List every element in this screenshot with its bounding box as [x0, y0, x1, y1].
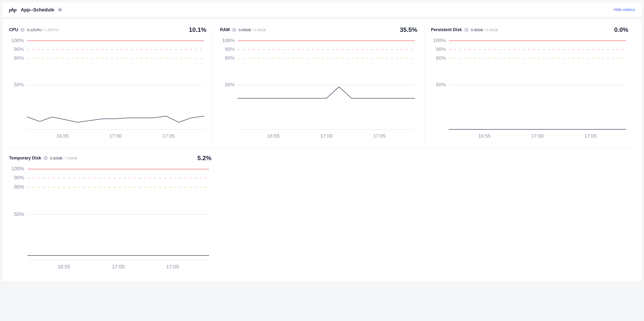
svg-text:100%: 100%: [11, 166, 24, 171]
svg-text:16:55: 16:55: [478, 133, 490, 139]
svg-text:17:00: 17:00: [110, 133, 122, 139]
metric-limit: 1.20CPU: [44, 28, 59, 32]
metric-used: 0.42GB: [50, 156, 62, 160]
chart-cpu: 100%90%80%50%16:5517:0017:05: [9, 38, 206, 141]
metric-pct-cpu: 10.1%: [189, 26, 206, 33]
metric-limit: 0.95GB: [486, 28, 498, 32]
metric-pct-ram: 35.5%: [400, 26, 418, 33]
svg-text:16:55: 16:55: [58, 264, 70, 270]
metric-title-pdisk: Persistent Disk: [431, 27, 462, 32]
metrics-row-1: CPU i 0.12CPU / 1.20CPU 10.1% 100%90%80%…: [9, 26, 635, 148]
metric-panel-temporary-disk: Temporary Disk i 0.42GB / 7.99GB 5.2% 10…: [9, 155, 218, 279]
metric-usage-cpu: 0.12CPU / 1.20CPU: [27, 28, 59, 32]
svg-text:17:05: 17:05: [584, 133, 597, 139]
usage-separator: /: [252, 28, 254, 32]
svg-text:80%: 80%: [436, 55, 446, 61]
info-icon[interactable]: i: [20, 28, 25, 32]
svg-text:90%: 90%: [14, 175, 24, 180]
metric-title-cpu: CPU: [9, 27, 18, 32]
chart-temporary-disk: 100%90%80%50%16:5517:0017:05: [9, 166, 211, 272]
svg-text:16:55: 16:55: [267, 133, 280, 139]
app-header: php App--Schedule W Hide metrics: [2, 2, 642, 17]
svg-text:80%: 80%: [14, 184, 24, 190]
metric-usage-ram: 0.09GB / 0.25GB: [239, 28, 266, 32]
metric-usage-pdisk: 0.00GB / 0.95GB: [471, 28, 498, 32]
metric-title-tdisk: Temporary Disk: [9, 156, 41, 160]
svg-text:17:00: 17:00: [320, 133, 333, 139]
svg-text:90%: 90%: [225, 46, 235, 52]
worker-badge: W: [58, 7, 62, 12]
svg-text:17:05: 17:05: [166, 264, 179, 270]
php-logo: php: [9, 7, 16, 13]
chart-ram: 100%90%80%50%16:5517:0017:05: [220, 38, 417, 141]
info-icon[interactable]: i: [232, 28, 236, 32]
metric-limit: 0.25GB: [254, 28, 266, 32]
metric-header-cpu: CPU i 0.12CPU / 1.20CPU 10.1%: [9, 26, 206, 33]
svg-text:100%: 100%: [222, 38, 235, 43]
metric-used: 0.12CPU: [27, 28, 42, 32]
svg-text:50%: 50%: [436, 82, 446, 87]
metric-panel-persistent-disk: Persistent Disk i 0.00GB / 0.95GB 0.0% 1…: [424, 26, 635, 148]
metric-pct-pdisk: 0.0%: [614, 26, 628, 33]
info-icon[interactable]: i: [464, 28, 468, 32]
svg-text:50%: 50%: [14, 211, 24, 217]
metric-usage-tdisk: 0.42GB / 7.99GB: [50, 156, 77, 160]
info-icon[interactable]: i: [44, 156, 48, 160]
svg-text:17:05: 17:05: [374, 133, 386, 139]
usage-separator: /: [484, 28, 486, 32]
svg-text:80%: 80%: [225, 55, 235, 61]
usage-separator: /: [63, 156, 65, 160]
svg-text:50%: 50%: [225, 82, 235, 87]
svg-text:17:05: 17:05: [162, 133, 175, 139]
chart-persistent-disk: 100%90%80%50%16:5517:0017:05: [431, 38, 628, 141]
svg-text:80%: 80%: [14, 55, 24, 61]
svg-text:100%: 100%: [11, 38, 24, 43]
svg-text:17:00: 17:00: [531, 133, 544, 139]
svg-text:90%: 90%: [436, 46, 446, 52]
metric-used: 0.00GB: [471, 28, 483, 32]
svg-text:16:55: 16:55: [56, 133, 69, 139]
svg-text:100%: 100%: [433, 38, 446, 43]
metrics-card: CPU i 0.12CPU / 1.20CPU 10.1% 100%90%80%…: [2, 19, 642, 281]
metric-pct-tdisk: 5.2%: [197, 155, 211, 162]
metrics-row-2: Temporary Disk i 0.42GB / 7.99GB 5.2% 10…: [9, 155, 635, 279]
metric-title-ram: RAM: [220, 27, 230, 32]
svg-text:17:00: 17:00: [112, 264, 124, 270]
metric-header-ram: RAM i 0.09GB / 0.25GB 35.5%: [220, 26, 417, 33]
metric-header-pdisk: Persistent Disk i 0.00GB / 0.95GB 0.0%: [431, 26, 628, 33]
row-divider: [9, 148, 635, 148]
metric-used: 0.09GB: [239, 28, 251, 32]
metric-panel-ram: RAM i 0.09GB / 0.25GB 35.5% 100%90%80%50…: [213, 26, 424, 148]
svg-text:90%: 90%: [14, 46, 24, 52]
svg-text:50%: 50%: [14, 82, 24, 87]
metric-panel-cpu: CPU i 0.12CPU / 1.20CPU 10.1% 100%90%80%…: [9, 26, 213, 148]
app-title: App--Schedule: [21, 7, 54, 12]
hide-metrics-link[interactable]: Hide metrics: [614, 7, 635, 12]
metric-header-tdisk: Temporary Disk i 0.42GB / 7.99GB 5.2%: [9, 155, 211, 162]
metric-limit: 7.99GB: [65, 156, 77, 160]
